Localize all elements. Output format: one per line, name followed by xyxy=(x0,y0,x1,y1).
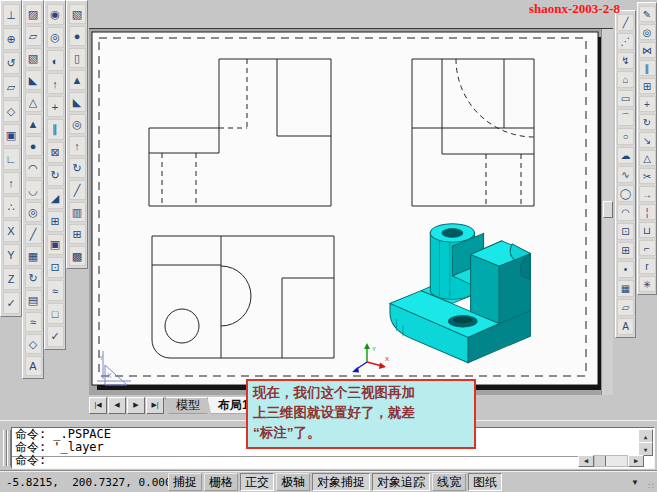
slice-icon[interactable]: ╱ xyxy=(69,180,86,200)
extrude-faces-icon[interactable]: ↑ xyxy=(47,73,64,94)
check-icon[interactable]: ✓ xyxy=(47,326,64,347)
ucs-world-icon[interactable]: ⊕ xyxy=(3,28,20,50)
delete-faces-icon[interactable]: ⊠ xyxy=(47,142,64,163)
tab-scroll-next-button[interactable]: ▶ xyxy=(127,397,145,414)
ruled-surface-icon[interactable]: ≈ xyxy=(25,312,42,332)
union-icon[interactable]: ◉ xyxy=(47,4,64,25)
intersect-icon[interactable]: ◐ xyxy=(47,50,64,71)
2d-solid-icon[interactable]: ▨ xyxy=(25,4,42,24)
box-icon[interactable]: ▧ xyxy=(69,4,86,24)
lineweight-toggle[interactable]: 线宽 xyxy=(432,473,466,491)
extend-icon[interactable]: → xyxy=(639,186,656,202)
ucs-z-rotate-icon[interactable]: Z xyxy=(3,268,20,290)
break-icon[interactable]: ⊔ xyxy=(639,222,656,238)
wedge-surface-icon[interactable]: ◣ xyxy=(25,70,42,90)
rotate-faces-icon[interactable]: ↻ xyxy=(47,165,64,186)
offset-faces-icon[interactable]: ∥ xyxy=(47,119,64,140)
interfere-icon[interactable]: ⊞ xyxy=(69,224,86,244)
dome-icon[interactable]: ◠ xyxy=(25,158,42,178)
insert-block-icon[interactable]: ⊡ xyxy=(617,223,634,240)
array-icon[interactable]: ⊞ xyxy=(639,78,656,94)
revolved-surface-icon[interactable]: ↻ xyxy=(25,268,42,288)
command-input-line[interactable]: 命令: xyxy=(15,454,46,467)
tabulated-surface-icon[interactable]: ▤ xyxy=(25,290,42,310)
ucs-z-axis-icon[interactable]: ↑ xyxy=(3,172,20,194)
move-icon[interactable]: + xyxy=(639,96,656,112)
subtract-icon[interactable]: ◎ xyxy=(47,27,64,48)
wedge-icon[interactable]: ◣ xyxy=(69,92,86,112)
multiline-text-icon[interactable]: A xyxy=(617,318,634,335)
section-icon[interactable]: ▥ xyxy=(69,202,86,222)
ucs-y-rotate-icon[interactable]: Y xyxy=(3,244,20,266)
trim-icon[interactable]: ✂ xyxy=(639,168,656,184)
setup-drawing-icon[interactable]: ▩ xyxy=(69,246,86,266)
color-faces-icon[interactable]: ▣ xyxy=(47,234,64,255)
command-horizontal-scrollbar[interactable]: ◀ ▶ xyxy=(578,455,644,467)
ellipse-arc-icon[interactable]: ◠ xyxy=(617,204,634,221)
construction-line-icon[interactable]: ⋰ xyxy=(617,33,634,50)
dish-icon[interactable]: ◡ xyxy=(25,180,42,200)
paper-model-toggle[interactable]: 图纸 xyxy=(468,473,502,491)
explode-icon[interactable]: ✳ xyxy=(639,276,656,292)
point-icon[interactable]: • xyxy=(617,261,634,278)
extrude-icon[interactable]: ↑ xyxy=(69,136,86,156)
move-faces-icon[interactable]: + xyxy=(47,96,64,117)
ucs-apply-icon[interactable]: ✓ xyxy=(3,292,20,314)
cylinder-icon[interactable]: ▯ xyxy=(69,48,86,68)
polar-toggle[interactable]: 极轴 xyxy=(276,473,310,491)
snap-toggle[interactable]: 捕捉 xyxy=(168,473,202,491)
cone-surface-icon[interactable]: ▲ xyxy=(25,114,42,134)
imprint-icon[interactable]: ⊡ xyxy=(47,257,64,278)
edge-surface-icon[interactable]: ◇ xyxy=(25,334,42,354)
ucs-object-icon[interactable]: ◇ xyxy=(3,100,20,122)
tab-model[interactable]: 模型 xyxy=(165,397,211,414)
taper-faces-icon[interactable]: ◢ xyxy=(47,188,64,209)
status-bar-menu-arrow[interactable]: ▼ xyxy=(631,478,639,487)
3d-mesh-icon[interactable]: ▦ xyxy=(25,246,42,266)
stretch-icon[interactable]: △ xyxy=(639,150,656,166)
offset-icon[interactable]: ∥ xyxy=(639,60,656,76)
erase-icon[interactable]: ✎ xyxy=(639,6,656,22)
command-hscroll-track[interactable] xyxy=(594,455,628,467)
ucs-origin-icon[interactable]: ∟ xyxy=(3,148,20,170)
edge-icon[interactable]: ╱ xyxy=(25,224,42,244)
torus-icon[interactable]: ◎ xyxy=(69,114,86,134)
polyline-icon[interactable]: ↯ xyxy=(617,52,634,69)
otrack-toggle[interactable]: 对象追踪 xyxy=(372,473,430,491)
cone-icon[interactable]: ▲ xyxy=(69,70,86,90)
command-scroll-right-button[interactable]: ▶ xyxy=(628,455,644,467)
command-scroll-down-button[interactable]: ▼ xyxy=(638,442,653,456)
tab-scroll-last-button[interactable]: ▶| xyxy=(146,397,164,414)
grid-toggle[interactable]: 栅格 xyxy=(204,473,238,491)
make-block-icon[interactable]: ⊞ xyxy=(617,242,634,259)
command-scroll-up-button[interactable]: ▲ xyxy=(638,429,653,443)
spline-icon[interactable]: ∿ xyxy=(617,166,634,183)
box-surface-icon[interactable]: ▧ xyxy=(25,48,42,68)
pyramid-icon[interactable]: △ xyxy=(25,92,42,112)
sphere-icon[interactable]: ● xyxy=(69,26,86,46)
arc-icon[interactable]: ⌒ xyxy=(617,109,634,126)
3d-face-icon[interactable]: ▱ xyxy=(25,26,42,46)
revision-cloud-icon[interactable]: ☁ xyxy=(617,147,634,164)
mirror-icon[interactable]: ⋈ xyxy=(639,42,656,58)
circle-icon[interactable]: ○ xyxy=(617,128,634,145)
copy-icon[interactable]: ◎ xyxy=(639,24,656,40)
ellipse-icon[interactable]: ◯ xyxy=(617,185,634,202)
break-point-icon[interactable]: ¦ xyxy=(639,204,656,220)
copy-faces-icon[interactable]: ⊞ xyxy=(47,211,64,232)
osnap-toggle[interactable]: 对象捕捉 xyxy=(312,473,370,491)
canvas-scrollbar-thumb[interactable] xyxy=(603,201,613,218)
tab-scroll-first-button[interactable]: |◀ xyxy=(89,397,107,414)
ucs-x-rotate-icon[interactable]: X xyxy=(3,220,20,242)
drawing-canvas[interactable]: Y X Y X xyxy=(89,28,613,395)
tab-scroll-prev-button[interactable]: ◀ xyxy=(108,397,126,414)
ucs-previous-icon[interactable]: ↺ xyxy=(3,52,20,74)
text-style-icon[interactable]: A xyxy=(25,356,42,376)
command-scroll-left-button[interactable]: ◀ xyxy=(578,455,594,467)
ortho-toggle[interactable]: 正交 xyxy=(240,473,274,491)
region-icon[interactable]: ▱ xyxy=(617,299,634,316)
rectangle-icon[interactable]: ▭ xyxy=(617,90,634,107)
scale-icon[interactable]: ↘ xyxy=(639,132,656,148)
ucs-view-icon[interactable]: ▣ xyxy=(3,124,20,146)
rotate-icon[interactable]: ↻ xyxy=(639,114,656,130)
